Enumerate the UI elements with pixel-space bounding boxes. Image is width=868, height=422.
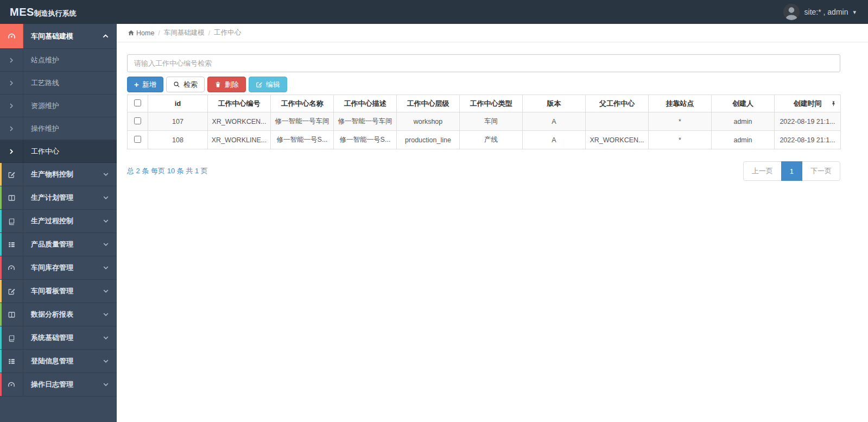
edit-icon: [256, 81, 263, 88]
sidebar-item-process-route[interactable]: 工艺路线: [0, 72, 117, 95]
sidebar-item-label: 系统基础管理: [23, 333, 103, 343]
sidebar-item-quality-management[interactable]: 产品质量管理: [0, 233, 117, 256]
sidebar-item-label: 操作维护: [23, 124, 117, 134]
columns-icon: [0, 186, 23, 209]
book-icon: [0, 326, 23, 349]
pushpin-icon[interactable]: [831, 100, 837, 106]
row-checkbox[interactable]: [134, 136, 141, 143]
cell-name: 修一智能一号车间: [271, 112, 334, 131]
edit-icon: [0, 280, 23, 303]
cell-parent: [586, 112, 649, 131]
sidebar: 车间基础建模 站点维护 工艺路线 资源维护 操作维护 工作中心 生产物料控制: [0, 24, 117, 422]
sidebar-item-label: 生产物料控制: [23, 169, 103, 179]
row-checkbox[interactable]: [134, 117, 141, 124]
sidebar-item-login-info-management[interactable]: 登陆信息管理: [0, 350, 117, 373]
delete-button-label: 删除: [225, 80, 239, 90]
header-work-center-code: 工作中心编号: [208, 95, 271, 112]
sidebar-item-inventory-management[interactable]: 车间库存管理: [0, 256, 117, 280]
breadcrumb-level1[interactable]: 车间基础建模: [164, 28, 205, 37]
chevron-down-icon: [103, 312, 109, 317]
cell-code: XR_WORKCEN...: [208, 112, 271, 131]
cell-creator: admin: [712, 112, 775, 131]
list-icon: [0, 350, 23, 373]
trash-icon: [214, 81, 221, 88]
chevron-up-icon: [103, 33, 109, 39]
sidebar-item-kanban-management[interactable]: 车间看板管理: [0, 280, 117, 303]
header-work-center-level: 工作中心层级: [397, 95, 460, 112]
table-row: 107 XR_WORKCEN... 修一智能一号车间 修一智能一号车间 work…: [128, 112, 841, 131]
user-menu[interactable]: site:* , admin ▾: [783, 4, 856, 20]
user-label: site:* , admin: [804, 8, 848, 16]
sidebar-item-system-base-management[interactable]: 系统基础管理: [0, 326, 117, 350]
sidebar-item-work-center[interactable]: 工作中心: [0, 140, 117, 163]
header-attached-site: 挂靠站点: [649, 95, 712, 112]
select-all-checkbox[interactable]: [134, 99, 141, 106]
app-logo: MES制造执行系统: [0, 6, 117, 18]
header-version: 版本: [523, 95, 586, 112]
edit-button-label: 编辑: [266, 80, 280, 90]
sidebar-item-workshop-modeling[interactable]: 车间基础建模: [0, 24, 117, 49]
header-select-all: [128, 95, 148, 112]
search-icon: [173, 81, 180, 88]
sidebar-item-label: 车间看板管理: [23, 286, 103, 296]
caret-down-icon: ▾: [853, 9, 856, 16]
cell-parent: XR_WORKCEN...: [586, 131, 649, 149]
sidebar-item-material-control[interactable]: 生产物料控制: [0, 163, 117, 186]
breadcrumb-separator: /: [158, 29, 160, 37]
sidebar-item-label: 生产过程控制: [23, 216, 103, 226]
breadcrumb-home-link[interactable]: Home: [128, 29, 154, 37]
breadcrumb-current: 工作中心: [214, 28, 241, 37]
pagination-page-1[interactable]: 1: [781, 161, 802, 181]
header-create-time-label: 创建时间: [794, 99, 822, 108]
chevron-down-icon: [103, 195, 109, 200]
table-row: 108 XR_WORKLINE... 修一智能一号S... 修一智能一号S...…: [128, 131, 841, 149]
header-creator: 创建人: [712, 95, 775, 112]
chevron-down-icon: [103, 218, 109, 224]
header-work-center-type: 工作中心类型: [460, 95, 523, 112]
sidebar-item-process-control[interactable]: 生产过程控制: [0, 210, 117, 233]
sidebar-item-plan-management[interactable]: 生产计划管理: [0, 186, 117, 210]
chevron-down-icon: [103, 335, 109, 341]
sidebar-item-data-analysis-report[interactable]: 数据分析报表: [0, 303, 117, 326]
sidebar-item-operation-log-management[interactable]: 操作日志管理: [0, 373, 117, 396]
color-strip: [0, 350, 2, 373]
edit-button[interactable]: 编辑: [249, 77, 287, 92]
dashboard-icon: [0, 256, 23, 279]
home-icon: [128, 29, 135, 36]
search-button-label: 检索: [183, 80, 198, 90]
search-input[interactable]: [127, 54, 840, 72]
chevron-right-icon: [0, 95, 23, 117]
search-button[interactable]: 检索: [166, 77, 205, 92]
pagination-prev-button[interactable]: 上一页: [743, 161, 782, 181]
plus-icon: +: [134, 80, 139, 89]
sidebar-item-site-maintenance[interactable]: 站点维护: [0, 49, 117, 72]
sidebar-item-label: 工艺路线: [23, 78, 117, 88]
sidebar-item-label: 登陆信息管理: [23, 356, 103, 366]
header-create-time: 创建时间: [775, 95, 841, 112]
chevron-right-icon: [0, 140, 23, 162]
columns-icon: [0, 303, 23, 326]
chevron-right-icon: [0, 49, 23, 71]
pagination-next-button[interactable]: 下一页: [802, 161, 840, 181]
color-strip: [0, 373, 2, 396]
cell-create-time: 2022-08-19 21:1...: [775, 131, 841, 149]
delete-button[interactable]: 删除: [207, 77, 246, 92]
row-select-cell: [128, 131, 148, 149]
cell-name: 修一智能一号S...: [271, 131, 334, 149]
cell-id: 107: [148, 112, 208, 131]
color-strip: [0, 280, 2, 303]
sidebar-item-label: 生产计划管理: [23, 193, 103, 203]
row-select-cell: [128, 112, 148, 131]
color-strip: [0, 233, 2, 256]
cell-level: production_line: [397, 131, 460, 149]
user-avatar: [783, 4, 800, 20]
color-strip: [0, 256, 2, 279]
color-strip: [0, 303, 2, 326]
sidebar-item-resource-maintenance[interactable]: 资源维护: [0, 95, 117, 117]
chevron-down-icon: [103, 242, 109, 247]
pagination: 上一页 1 下一页: [743, 161, 840, 181]
cell-create-time: 2022-08-19 21:1...: [775, 112, 841, 131]
add-button[interactable]: + 新增: [127, 77, 163, 92]
person-icon: [783, 4, 800, 20]
sidebar-item-operation-maintenance[interactable]: 操作维护: [0, 117, 117, 140]
